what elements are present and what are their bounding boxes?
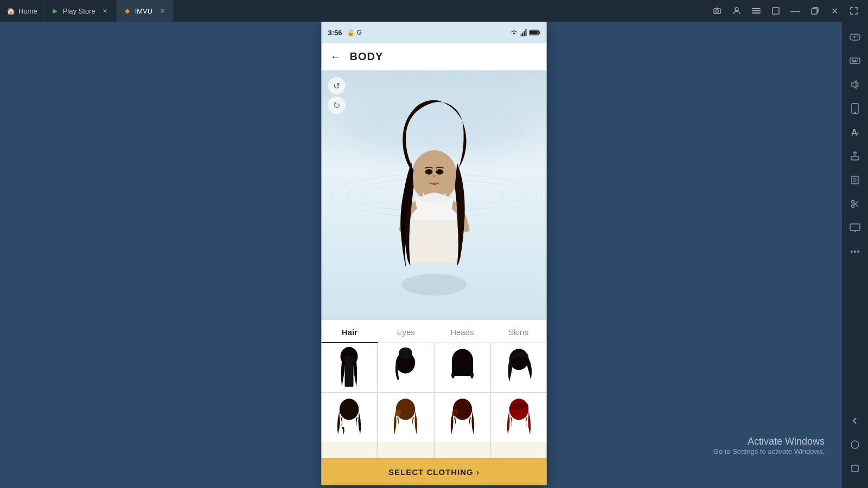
status-icon-g: G [357, 29, 362, 36]
redo-button[interactable]: ↻ [328, 97, 346, 114]
avatar-area: ↺ ↻ [322, 70, 547, 320]
hair-option-10[interactable] [378, 442, 433, 458]
profile-icon[interactable] [729, 3, 744, 18]
tab-eyes[interactable]: Eyes [378, 320, 434, 342]
gamepad-icon[interactable] [845, 27, 865, 47]
more-icon[interactable] [845, 242, 865, 261]
tab-home-label: Home [18, 7, 37, 15]
playstore-icon: ▶ [51, 7, 60, 15]
svg-point-38 [854, 251, 856, 253]
hair-option-8[interactable] [491, 393, 546, 442]
svg-rect-17 [857, 60, 858, 61]
tab-eyes-label: Eyes [397, 328, 414, 337]
svg-point-49 [401, 274, 467, 296]
phone-container: 3:56 🔒 G ← BODY ↺ ↻ [322, 22, 547, 485]
circle-icon[interactable] [845, 435, 865, 454]
hair-option-12[interactable] [491, 442, 546, 458]
right-sidebar: A+ [842, 22, 868, 488]
scissors-icon[interactable] [845, 194, 865, 214]
close-window-icon[interactable]: ✕ [827, 3, 842, 18]
sidebar-bottom [845, 410, 865, 484]
taskbar-right: — ✕ [710, 3, 868, 18]
wifi-icon [510, 29, 519, 36]
imvu-icon: ◆ [123, 7, 132, 15]
tab-heads-label: Heads [450, 328, 474, 337]
tab-playstore[interactable]: ▶ Play Store ✕ [44, 0, 117, 22]
restore-icon[interactable] [807, 3, 822, 18]
tab-skins-label: Skins [508, 328, 528, 337]
hair-option-7[interactable] [435, 393, 490, 442]
undo-redo-buttons: ↺ ↻ [328, 77, 346, 114]
back-nav-icon[interactable] [845, 411, 865, 431]
tab-hair[interactable]: Hair [322, 320, 378, 342]
camera-icon[interactable] [710, 3, 725, 18]
tab-playstore-close[interactable]: ✕ [101, 7, 110, 15]
page-title: BODY [350, 50, 384, 63]
status-bar: 3:56 🔒 G [322, 22, 547, 43]
tabs-bar: Hair Eyes Heads Skins [322, 320, 547, 343]
svg-rect-41 [852, 465, 858, 472]
undo-button[interactable]: ↺ [328, 77, 346, 94]
svg-rect-15 [853, 60, 854, 61]
svg-marker-19 [852, 81, 856, 88]
app-header: ← BODY [322, 43, 547, 70]
tab-skins[interactable]: Skins [490, 320, 547, 342]
screen-icon[interactable] [845, 218, 865, 237]
svg-rect-24 [851, 157, 859, 160]
activate-windows-title: Activate Windows [713, 436, 825, 447]
hair-option-11[interactable] [435, 442, 490, 458]
svg-point-69 [452, 409, 458, 416]
battery-icon [529, 29, 540, 36]
activate-windows: Activate Windows Go to Settings to activ… [713, 436, 825, 455]
hair-option-6[interactable] [378, 393, 433, 442]
svg-point-30 [852, 205, 854, 208]
select-clothing-label: SELECT CLOTHING › [388, 467, 480, 477]
activate-windows-subtitle: Go to Settings to activate Windows. [713, 447, 825, 455]
taskbar: 🏠 Home ▶ Play Store ✕ ◆ IMVU ✕ — ✕ [0, 0, 868, 22]
svg-point-65 [340, 399, 359, 420]
upload-icon[interactable] [845, 146, 865, 166]
svg-rect-5 [752, 10, 761, 11]
apk-icon[interactable] [845, 170, 865, 190]
svg-point-55 [438, 170, 441, 174]
menu-icon[interactable] [749, 3, 764, 18]
volume-icon[interactable] [845, 75, 865, 94]
svg-rect-57 [345, 356, 354, 387]
expand-icon[interactable] [846, 3, 861, 18]
tab-imvu-close[interactable]: ✕ [158, 7, 167, 15]
window-icon[interactable] [768, 3, 783, 18]
svg-text:+: + [856, 130, 859, 136]
svg-point-59 [399, 348, 412, 359]
hair-option-3[interactable] [435, 343, 490, 392]
svg-point-12 [857, 36, 858, 37]
svg-rect-4 [752, 8, 761, 9]
minimize-icon[interactable]: — [788, 3, 803, 18]
home-icon: 🏠 [7, 7, 15, 15]
svg-rect-44 [524, 31, 525, 36]
phone-icon[interactable] [845, 99, 865, 118]
tab-imvu[interactable]: ◆ IMVU ✕ [117, 0, 174, 22]
hair-option-4[interactable] [491, 343, 546, 392]
tab-imvu-label: IMVU [135, 7, 153, 15]
svg-point-70 [509, 399, 529, 420]
svg-point-60 [399, 358, 405, 372]
square-nav-icon[interactable] [845, 459, 865, 478]
status-icons [510, 29, 540, 36]
hair-option-1[interactable] [322, 343, 377, 392]
status-time: 3:56 [328, 29, 342, 37]
svg-point-31 [852, 201, 854, 203]
keyboard-icon[interactable] [845, 51, 865, 70]
hair-grid [322, 343, 547, 442]
svg-rect-18 [852, 61, 857, 62]
svg-point-61 [406, 358, 412, 372]
svg-point-54 [427, 170, 430, 174]
text-icon[interactable]: A+ [845, 123, 865, 142]
select-clothing-button[interactable]: SELECT CLOTHING › [322, 458, 547, 485]
hair-option-9[interactable] [322, 442, 377, 458]
hair-option-5[interactable] [322, 393, 377, 442]
tab-home[interactable]: 🏠 Home [0, 0, 44, 22]
back-button[interactable]: ← [330, 50, 341, 63]
hair-option-2[interactable] [378, 343, 433, 392]
svg-rect-42 [521, 34, 522, 36]
tab-heads[interactable]: Heads [434, 320, 490, 342]
